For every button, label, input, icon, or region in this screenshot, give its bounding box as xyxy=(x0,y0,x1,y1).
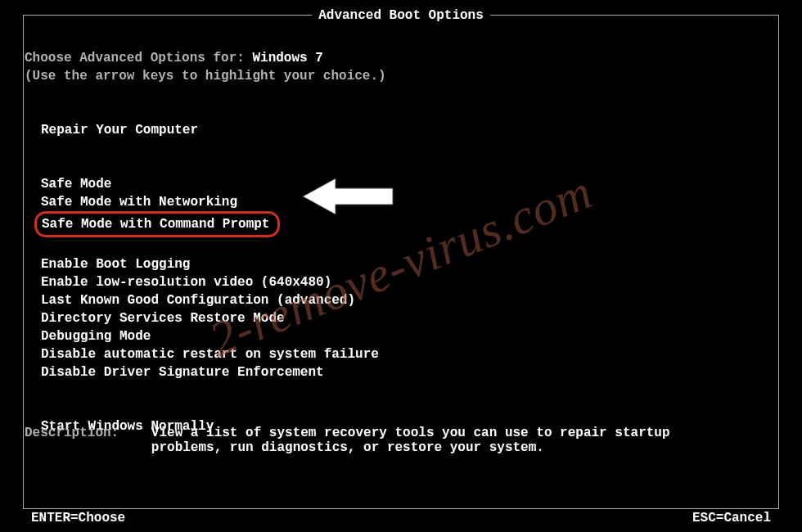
description-text: View a list of system recovery tools you… xyxy=(127,426,700,455)
description-label: Description: xyxy=(25,426,119,440)
svg-marker-0 xyxy=(303,178,393,214)
page-title: Advanced Boot Options xyxy=(312,8,490,23)
arrow-annotation-icon xyxy=(299,172,397,221)
footer-enter-hint: ENTER=Choose xyxy=(31,511,125,525)
description-block: Description: View a list of system recov… xyxy=(25,426,777,455)
footer-esc-hint: ESC=Cancel xyxy=(692,511,771,525)
